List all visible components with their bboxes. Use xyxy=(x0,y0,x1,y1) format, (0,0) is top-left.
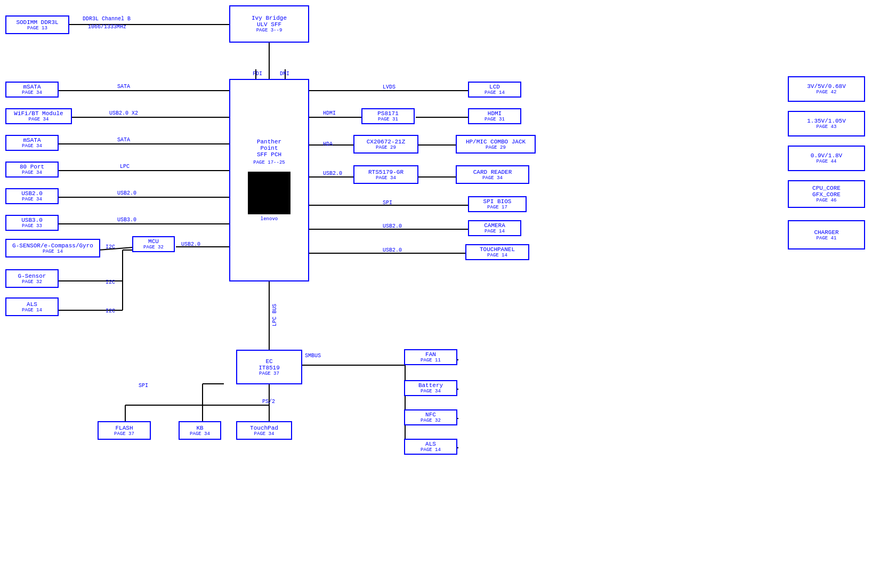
label-dmi: DMI xyxy=(280,71,289,77)
label-usb20-mid: USB2.0 xyxy=(117,190,136,196)
label-usb20-right2: USB2.0 xyxy=(383,223,402,229)
msata1-label: mSATA xyxy=(23,84,41,90)
gsensor-gyro-label: G-SENSOR/e-Compass/Gyro xyxy=(12,243,93,249)
usb30-left-page: PAGE 33 xyxy=(22,223,42,229)
wifi-bt-box: WiFi/BT Module PAGE 34 xyxy=(5,108,72,124)
hp-mic-box: HP/MIC COMBO JACK PAGE 29 xyxy=(456,135,536,154)
rts5179-page: PAGE 34 xyxy=(376,175,396,181)
cx20672-page: PAGE 29 xyxy=(376,145,396,150)
volt-135-box: 1.35V/1.05V PAGE 43 xyxy=(788,111,865,136)
label-lvds: LVDS xyxy=(383,84,395,90)
fan-box: FAN PAGE 11 xyxy=(404,349,457,365)
ec-page: PAGE 37 xyxy=(259,371,279,376)
msata2-box: mSATA PAGE 34 xyxy=(5,135,59,151)
panther-point-box: Panther Point SFF PCH PAGE 17--25 lenovo xyxy=(229,79,309,281)
cpu-gfx-page: PAGE 46 xyxy=(817,198,837,203)
kb-label: KB xyxy=(196,425,203,431)
label-usb20-right1: USB2.0 xyxy=(323,171,342,176)
touchpad-label: TouchPad xyxy=(250,425,278,431)
rts5179-box: RTS5179-GR PAGE 34 xyxy=(353,165,418,184)
label-usb20-right3: USB2.0 xyxy=(383,247,402,253)
label-sata1: SATA xyxy=(117,84,130,90)
ec-box: ECIT8519 PAGE 37 xyxy=(236,350,302,384)
volt-3v5v-label: 3V/5V/0.68V xyxy=(807,83,846,90)
port80-page: PAGE 34 xyxy=(22,170,42,175)
wifi-bt-label: WiFi/BT Module xyxy=(14,110,63,117)
lcd-box: LCD PAGE 14 xyxy=(468,82,521,98)
sodimm-label: SODIMM DDR3L xyxy=(16,19,58,26)
spi-bios-page: PAGE 17 xyxy=(487,205,507,210)
lcd-page: PAGE 14 xyxy=(485,90,505,95)
gsensor-gyro-box: G-SENSOR/e-Compass/Gyro PAGE 14 xyxy=(5,239,100,257)
port80-box: 80 Port PAGE 34 xyxy=(5,162,59,178)
spi-bios-box: SPI BIOS PAGE 17 xyxy=(468,196,527,212)
wifi-bt-page: PAGE 34 xyxy=(29,117,49,122)
diagram-lines xyxy=(0,0,880,588)
label-spi: SPI xyxy=(383,200,392,206)
card-reader-box: CARD READER PAGE 34 xyxy=(456,165,529,184)
label-usb20-mcu: USB2.0 xyxy=(181,241,200,247)
fan-page: PAGE 11 xyxy=(421,358,441,363)
als-right-page: PAGE 14 xyxy=(421,447,441,453)
label-i2c3: I2C xyxy=(106,308,115,314)
cpu-gfx-label: CPU_COREGFX_CORE xyxy=(812,185,841,198)
lcd-label: LCD xyxy=(489,84,500,90)
gsensor-label: G-Sensor xyxy=(18,273,46,279)
label-ddr3l-channel: DDR3L Channel B xyxy=(83,16,131,22)
label-usb20x2: USB2.0 X2 xyxy=(109,110,138,116)
usb30-left-box: USB3.0 PAGE 33 xyxy=(5,215,59,231)
hp-mic-label: HP/MIC COMBO JACK xyxy=(466,139,526,145)
label-sata2: SATA xyxy=(117,137,130,143)
nfc-box: NFC PAGE 32 xyxy=(404,409,457,425)
usb20-left-label: USB2.0 xyxy=(21,190,43,197)
volt-09-label: 0.9V/1.8V xyxy=(811,152,842,159)
gsensor-page: PAGE 32 xyxy=(22,279,42,285)
label-hdmi: HDMI xyxy=(323,110,336,116)
gsensor-box: G-Sensor PAGE 32 xyxy=(5,269,59,288)
hdmi-right-page: PAGE 31 xyxy=(485,117,505,122)
sodimm-box: SODIMM DDR3L PAGE 13 xyxy=(5,15,69,34)
battery-label: Battery xyxy=(418,382,443,389)
als-left-box: ALS PAGE 14 xyxy=(5,297,59,316)
flash-page: PAGE 37 xyxy=(114,431,134,437)
label-lpc-bus: LPC BUS xyxy=(272,304,278,326)
ps8171-label: PS8171 xyxy=(377,110,399,117)
flash-label: FLASH xyxy=(115,425,133,431)
als-left-label: ALS xyxy=(27,301,37,308)
hdmi-right-box: HDMI PAGE 31 xyxy=(468,108,521,124)
volt-09-page: PAGE 44 xyxy=(817,159,837,164)
fan-label: FAN xyxy=(425,351,436,358)
camera-page: PAGE 14 xyxy=(485,229,505,234)
hp-mic-page: PAGE 29 xyxy=(486,145,506,150)
rts5179-label: RTS5179-GR xyxy=(368,169,403,175)
mcu-page: PAGE 32 xyxy=(143,245,164,250)
gsensor-gyro-page: PAGE 14 xyxy=(43,249,63,254)
usb20-left-box: USB2.0 PAGE 34 xyxy=(5,188,59,204)
touchpad-page: PAGE 34 xyxy=(254,431,275,437)
cpu-gfx-box: CPU_COREGFX_CORE PAGE 46 xyxy=(788,180,865,208)
nfc-label: NFC xyxy=(425,412,436,418)
battery-page: PAGE 34 xyxy=(421,389,441,394)
volt-135-page: PAGE 43 xyxy=(817,124,837,130)
kb-page: PAGE 34 xyxy=(190,431,210,437)
mcu-box: MCU PAGE 32 xyxy=(132,236,175,252)
label-i2c1: I2C xyxy=(106,244,115,250)
card-reader-label: CARD READER xyxy=(473,169,512,175)
label-spi-ec: SPI xyxy=(139,383,148,389)
spi-bios-label: SPI BIOS xyxy=(483,198,512,205)
kb-box: KB PAGE 34 xyxy=(179,421,221,440)
label-fdi: FDI xyxy=(253,71,262,77)
als-right-box: ALS PAGE 14 xyxy=(404,439,457,455)
touchpanel-page: PAGE 14 xyxy=(487,253,507,258)
touchpad-box: TouchPad PAGE 34 xyxy=(236,421,292,440)
label-hda: HDA xyxy=(323,141,333,147)
mcu-label: MCU xyxy=(148,238,159,245)
panther-point-page: PAGE 17--25 xyxy=(253,160,285,165)
usb20-left-page: PAGE 34 xyxy=(22,197,42,202)
charger-label: CHARGER xyxy=(814,229,838,236)
label-usb30: USB3.0 xyxy=(117,217,136,223)
label-i2c2: I2C xyxy=(106,279,115,285)
volt-3v5v-page: PAGE 42 xyxy=(817,90,837,95)
ivy-bridge-page: PAGE 3--9 xyxy=(256,28,282,33)
ivy-bridge-box: Ivy Bridge ULV SFF PAGE 3--9 xyxy=(229,5,309,43)
